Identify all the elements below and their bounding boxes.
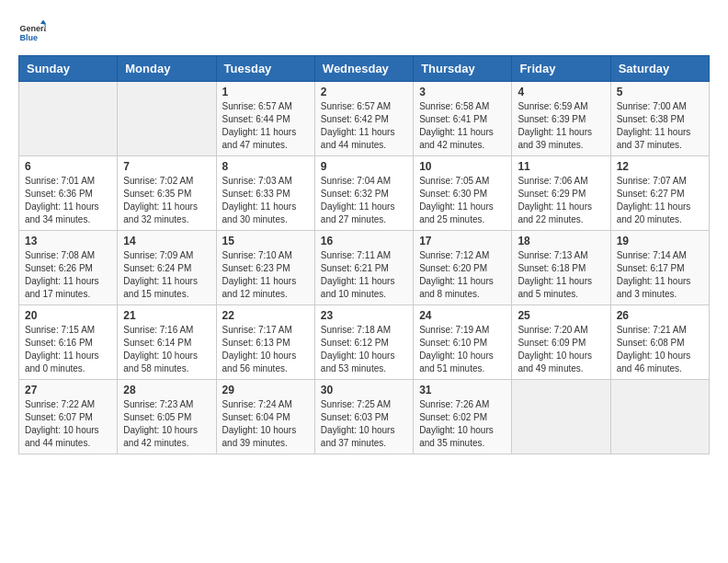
sunrise-label: Sunrise: 7:18 AM (321, 325, 391, 335)
day-info: Sunrise: 7:19 AM Sunset: 6:10 PM Dayligh… (419, 324, 506, 375)
sunrise-label: Sunrise: 7:21 AM (617, 325, 687, 335)
day-info: Sunrise: 7:17 AM Sunset: 6:13 PM Dayligh… (222, 324, 309, 375)
sunrise-label: Sunrise: 7:05 AM (419, 176, 489, 186)
calendar-cell: 6 Sunrise: 7:01 AM Sunset: 6:36 PM Dayli… (19, 156, 118, 231)
day-number: 16 (321, 235, 407, 247)
sunset-label: Sunset: 6:33 PM (222, 189, 290, 199)
sunset-label: Sunset: 6:21 PM (321, 263, 389, 273)
calendar-cell (512, 380, 610, 454)
daylight-label: Daylight: 11 hours and 5 minutes. (518, 276, 592, 299)
day-info: Sunrise: 7:15 AM Sunset: 6:16 PM Dayligh… (25, 324, 111, 375)
daylight-label: Daylight: 11 hours and 34 minutes. (25, 201, 99, 224)
sunset-label: Sunset: 6:30 PM (419, 189, 487, 199)
calendar-cell: 1 Sunrise: 6:57 AM Sunset: 6:44 PM Dayli… (216, 82, 314, 156)
calendar-cell: 4 Sunrise: 6:59 AM Sunset: 6:39 PM Dayli… (512, 82, 610, 156)
weekday-header-friday: Friday (512, 56, 610, 82)
sunset-label: Sunset: 6:26 PM (25, 263, 93, 273)
sunrise-label: Sunrise: 7:10 AM (222, 250, 292, 260)
calendar-cell: 9 Sunrise: 7:04 AM Sunset: 6:32 PM Dayli… (314, 156, 413, 231)
daylight-label: Daylight: 11 hours and 22 minutes. (518, 201, 592, 224)
day-number: 22 (222, 309, 309, 322)
sunrise-label: Sunrise: 6:59 AM (518, 101, 587, 111)
day-number: 2 (321, 86, 407, 98)
daylight-label: Daylight: 10 hours and 44 minutes. (25, 425, 99, 448)
daylight-label: Daylight: 10 hours and 49 minutes. (518, 350, 592, 373)
svg-marker-2 (40, 20, 46, 25)
calendar-cell: 18 Sunrise: 7:13 AM Sunset: 6:18 PM Dayl… (512, 231, 610, 305)
calendar-cell: 17 Sunrise: 7:12 AM Sunset: 6:20 PM Dayl… (414, 231, 512, 305)
sunrise-label: Sunrise: 7:15 AM (25, 325, 95, 335)
daylight-label: Daylight: 10 hours and 39 minutes. (222, 425, 297, 448)
day-number: 11 (518, 160, 604, 173)
daylight-label: Daylight: 11 hours and 12 minutes. (222, 276, 297, 299)
daylight-label: Daylight: 11 hours and 42 minutes. (419, 127, 494, 150)
sunrise-label: Sunrise: 7:04 AM (321, 176, 391, 186)
day-number: 8 (222, 160, 309, 173)
calendar-cell: 13 Sunrise: 7:08 AM Sunset: 6:26 PM Dayl… (19, 231, 118, 305)
day-info: Sunrise: 7:10 AM Sunset: 6:23 PM Dayligh… (222, 249, 309, 301)
sunrise-label: Sunrise: 7:25 AM (321, 399, 391, 409)
daylight-label: Daylight: 11 hours and 44 minutes. (321, 127, 395, 150)
day-info: Sunrise: 7:12 AM Sunset: 6:20 PM Dayligh… (419, 249, 506, 301)
day-info: Sunrise: 7:26 AM Sunset: 6:02 PM Dayligh… (419, 398, 506, 450)
day-number: 20 (25, 309, 111, 322)
daylight-label: Daylight: 11 hours and 25 minutes. (419, 201, 494, 224)
sunrise-label: Sunrise: 7:07 AM (617, 176, 687, 186)
svg-text:Blue: Blue (20, 33, 39, 42)
sunset-label: Sunset: 6:16 PM (25, 338, 93, 348)
svg-text:General: General (20, 24, 47, 33)
page-header: General Blue (18, 18, 710, 46)
daylight-label: Daylight: 11 hours and 32 minutes. (123, 201, 198, 224)
calendar-cell: 20 Sunrise: 7:15 AM Sunset: 6:16 PM Dayl… (19, 305, 118, 380)
sunrise-label: Sunrise: 6:57 AM (222, 101, 292, 111)
sunset-label: Sunset: 6:27 PM (617, 189, 685, 199)
calendar-cell: 25 Sunrise: 7:20 AM Sunset: 6:09 PM Dayl… (512, 305, 610, 380)
day-number: 24 (419, 309, 506, 322)
daylight-label: Daylight: 11 hours and 0 minutes. (25, 350, 99, 373)
day-info: Sunrise: 7:02 AM Sunset: 6:35 PM Dayligh… (123, 175, 210, 226)
day-info: Sunrise: 7:25 AM Sunset: 6:03 PM Dayligh… (321, 398, 407, 450)
calendar-cell: 7 Sunrise: 7:02 AM Sunset: 6:35 PM Dayli… (118, 156, 216, 231)
calendar-cell: 27 Sunrise: 7:22 AM Sunset: 6:07 PM Dayl… (19, 380, 118, 454)
day-info: Sunrise: 7:00 AM Sunset: 6:38 PM Dayligh… (617, 100, 703, 152)
calendar-cell: 3 Sunrise: 6:58 AM Sunset: 6:41 PM Dayli… (414, 82, 512, 156)
sunset-label: Sunset: 6:13 PM (222, 338, 290, 348)
sunrise-label: Sunrise: 7:22 AM (25, 399, 95, 409)
daylight-label: Daylight: 11 hours and 27 minutes. (321, 201, 395, 224)
daylight-label: Daylight: 11 hours and 8 minutes. (419, 276, 494, 299)
sunset-label: Sunset: 6:08 PM (617, 338, 685, 348)
daylight-label: Daylight: 11 hours and 17 minutes. (25, 276, 99, 299)
sunset-label: Sunset: 6:39 PM (518, 114, 586, 124)
weekday-header-wednesday: Wednesday (314, 56, 413, 82)
daylight-label: Daylight: 11 hours and 37 minutes. (617, 127, 691, 150)
weekday-header-tuesday: Tuesday (216, 56, 314, 82)
day-info: Sunrise: 7:20 AM Sunset: 6:09 PM Dayligh… (518, 324, 604, 375)
day-info: Sunrise: 7:22 AM Sunset: 6:07 PM Dayligh… (25, 398, 111, 450)
day-number: 27 (25, 384, 111, 396)
sunset-label: Sunset: 6:32 PM (321, 189, 389, 199)
weekday-header-thursday: Thursday (414, 56, 512, 82)
sunset-label: Sunset: 6:07 PM (25, 412, 93, 422)
daylight-label: Daylight: 10 hours and 42 minutes. (123, 425, 198, 448)
day-number: 17 (419, 235, 506, 247)
day-info: Sunrise: 7:11 AM Sunset: 6:21 PM Dayligh… (321, 249, 407, 301)
sunrise-label: Sunrise: 7:03 AM (222, 176, 292, 186)
calendar-week-4: 20 Sunrise: 7:15 AM Sunset: 6:16 PM Dayl… (19, 305, 710, 380)
calendar-week-5: 27 Sunrise: 7:22 AM Sunset: 6:07 PM Dayl… (19, 380, 710, 454)
calendar-cell: 15 Sunrise: 7:10 AM Sunset: 6:23 PM Dayl… (216, 231, 314, 305)
sunset-label: Sunset: 6:09 PM (518, 338, 586, 348)
sunrise-label: Sunrise: 7:01 AM (25, 176, 95, 186)
sunset-label: Sunset: 6:41 PM (419, 114, 487, 124)
sunrise-label: Sunrise: 7:06 AM (518, 176, 587, 186)
daylight-label: Daylight: 10 hours and 56 minutes. (222, 350, 297, 373)
daylight-label: Daylight: 11 hours and 47 minutes. (222, 127, 297, 150)
sunset-label: Sunset: 6:20 PM (419, 263, 487, 273)
calendar-table: SundayMondayTuesdayWednesdayThursdayFrid… (18, 55, 710, 454)
day-info: Sunrise: 7:14 AM Sunset: 6:17 PM Dayligh… (617, 249, 703, 301)
sunset-label: Sunset: 6:05 PM (123, 412, 191, 422)
calendar-cell: 19 Sunrise: 7:14 AM Sunset: 6:17 PM Dayl… (610, 231, 709, 305)
sunrise-label: Sunrise: 7:12 AM (419, 250, 489, 260)
day-info: Sunrise: 7:18 AM Sunset: 6:12 PM Dayligh… (321, 324, 407, 375)
sunrise-label: Sunrise: 7:19 AM (419, 325, 489, 335)
day-info: Sunrise: 7:08 AM Sunset: 6:26 PM Dayligh… (25, 249, 111, 301)
